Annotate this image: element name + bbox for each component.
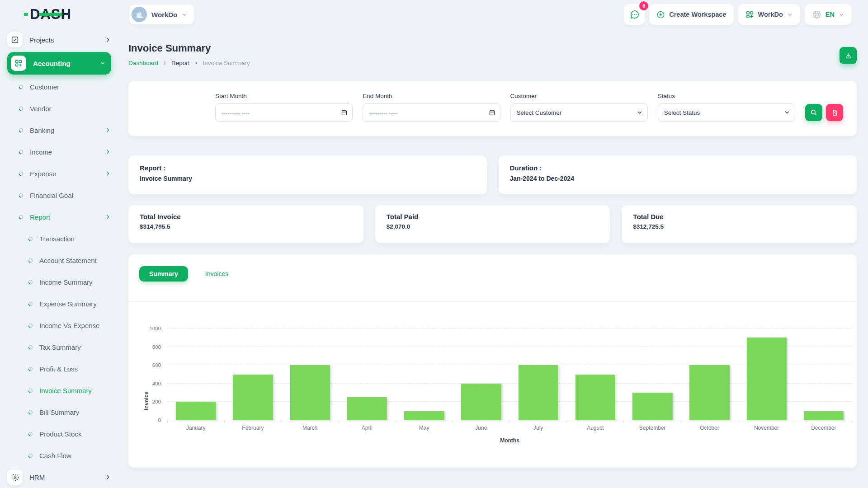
sidebar-item-hrm[interactable]: HRM (7, 466, 111, 488)
x-label-november: November (738, 425, 795, 431)
bullet-icon (28, 236, 33, 241)
sidebar-item-account-statement[interactable]: Account Statement (7, 249, 111, 271)
end-month-input[interactable] (363, 103, 500, 122)
workspace-switcher[interactable]: WorkDo (129, 5, 194, 24)
bullet-icon (28, 345, 33, 350)
sidebar-item-income-summary[interactable]: Income Summary (7, 271, 111, 293)
breadcrumb-dashboard[interactable]: Dashboard (128, 60, 158, 66)
bar-november[interactable] (746, 338, 786, 420)
x-label-december: December (795, 425, 852, 431)
x-label-march: March (282, 425, 339, 431)
customer-select[interactable]: Select Customer (510, 103, 648, 122)
sidebar-item-invoice-summary[interactable]: Invoice Summary (7, 380, 111, 401)
bar-october[interactable] (689, 365, 729, 420)
stat-card-total-invoice: Total Invoice$314,795.5 (128, 205, 363, 243)
bullet-icon (19, 128, 24, 133)
bar-cell-december (795, 328, 852, 420)
chevron-down-icon (182, 12, 188, 18)
tab-summary[interactable]: Summary (139, 266, 188, 282)
bullet-icon (28, 453, 33, 458)
bullet-icon (28, 453, 33, 458)
sidebar-item-expense-summary[interactable]: Expense Summary (7, 293, 111, 314)
bar-cell-october (681, 328, 738, 420)
sidebar-item-label: Bill Summary (39, 408, 111, 416)
sidebar-item-label: Transaction (39, 235, 111, 243)
sidebar-item-report[interactable]: Report (7, 206, 111, 228)
bar-december[interactable] (804, 411, 844, 420)
breadcrumb-invoice-summary: Invoice Summary (203, 60, 250, 66)
sidebar-item-tax-summary[interactable]: Tax Summary (7, 336, 111, 358)
bar-cell-august (567, 328, 624, 420)
download-button[interactable] (840, 47, 857, 64)
x-label-january: January (167, 425, 224, 431)
sidebar-item-financial-goal[interactable]: Financial Goal (7, 184, 111, 206)
bar-february[interactable] (233, 375, 273, 421)
sidebar-item-income[interactable]: Income (7, 141, 111, 163)
status-field: Status Select Status (658, 93, 795, 122)
end-month-field: End Month (363, 93, 500, 122)
reset-filter-button[interactable] (826, 104, 843, 121)
sidebar-item-accounting[interactable]: Accounting (7, 52, 111, 75)
sidebar-item-banking[interactable]: Banking (7, 119, 111, 141)
create-workspace-label: Create Workspace (669, 11, 726, 18)
create-workspace-button[interactable]: Create Workspace (649, 4, 733, 25)
sidebar-item-label: Expense (30, 170, 99, 178)
bar-cell-june (453, 328, 509, 420)
stat-label: Total Invoice (140, 213, 352, 221)
sidebar-item-label: Expense Summary (39, 300, 111, 308)
workdo-menu-button[interactable]: WorkDo (738, 4, 800, 25)
logo-green-bar (39, 13, 62, 16)
bullet-icon (28, 388, 33, 393)
chart-card: SummaryInvoices Invoice 0200400600800100… (128, 254, 857, 468)
bar-august[interactable] (576, 375, 615, 421)
report-value: Invoice Summary (140, 175, 476, 182)
bar-cell-september (624, 328, 681, 420)
tab-invoices[interactable]: Invoices (195, 266, 238, 282)
status-select[interactable]: Select Status (658, 103, 795, 122)
sidebar-item-profit-loss[interactable]: Profit & Loss (7, 358, 111, 380)
y-tick-400: 400 (152, 381, 161, 386)
sidebar-item-vendor[interactable]: Vendor (7, 98, 111, 119)
grid-plus-icon (745, 10, 754, 19)
x-label-may: May (396, 425, 453, 431)
chevron-down-icon (99, 60, 106, 66)
bar-cell-april (339, 328, 396, 420)
chat-icon (629, 9, 640, 20)
sidebar-item-income-vs-expense[interactable]: Income Vs Expense (7, 314, 111, 336)
sidebar-item-label: Invoice Summary (39, 387, 111, 394)
bar-july[interactable] (518, 365, 558, 420)
bullet-icon (19, 171, 24, 176)
bar-may[interactable] (404, 411, 444, 420)
sidebar-item-cash-flow[interactable]: Cash Flow (7, 445, 111, 466)
sidebar-item-customer[interactable]: Customer (7, 76, 111, 98)
plus-circle-icon (656, 10, 665, 19)
messages-button[interactable]: 0 (624, 4, 645, 25)
bars-layer (167, 328, 852, 420)
bar-january[interactable] (176, 402, 216, 420)
sidebar-item-projects[interactable]: Projects (7, 29, 111, 51)
sidebar-item-expense[interactable]: Expense (7, 163, 111, 184)
start-month-input[interactable] (215, 103, 353, 122)
x-label-april: April (339, 425, 396, 431)
sidebar-item-product-stock[interactable]: Product Stock (7, 423, 111, 445)
bullet-icon (28, 366, 33, 371)
y-tick-600: 600 (152, 362, 161, 368)
breadcrumb-report[interactable]: Report (171, 60, 190, 66)
bar-march[interactable] (290, 365, 330, 420)
bar-september[interactable] (632, 393, 672, 420)
sidebar-item-bill-summary[interactable]: Bill Summary (7, 401, 111, 423)
sidebar-item-transaction[interactable]: Transaction (7, 228, 111, 249)
bar-april[interactable] (347, 397, 387, 420)
report-card: Report : Invoice Summary (128, 155, 487, 194)
x-label-june: June (453, 425, 509, 431)
workdo-menu-label: WorkDo (758, 11, 783, 18)
sidebar-item-label: Cash Flow (39, 452, 111, 460)
x-axis-title: Months (167, 437, 852, 444)
search-button[interactable] (805, 104, 822, 121)
bullet-icon (19, 150, 24, 155)
sidebar-item-label: Banking (30, 127, 99, 134)
bar-june[interactable] (461, 384, 501, 420)
logo-green-dot (24, 13, 28, 16)
stat-value: $2,070.0 (387, 223, 599, 230)
language-button[interactable]: EN (805, 4, 852, 25)
